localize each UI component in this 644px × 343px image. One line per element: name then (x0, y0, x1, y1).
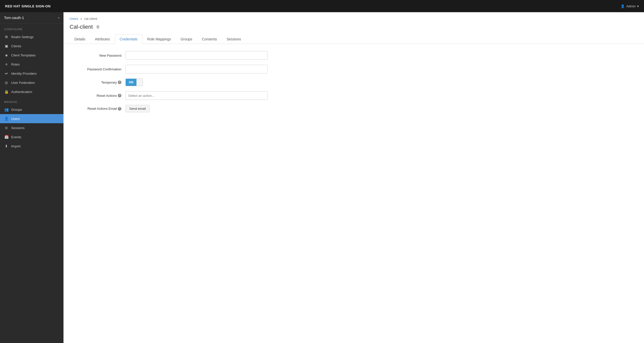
identity-providers-icon: ⇌ (4, 71, 9, 75)
new-password-label: New Password (70, 54, 125, 57)
page-title: Cal-client (70, 24, 93, 30)
temporary-row: Temporary ? ON (70, 79, 638, 86)
content-area: Users » cal-client Cal-client 🗑 Details … (63, 12, 644, 343)
breadcrumb-current: cal-client (84, 17, 97, 21)
client-templates-icon: ◈ (4, 53, 9, 57)
realm-selector[interactable]: Tom-oauth-1 ▾ (0, 12, 63, 24)
sidebar-item-roles[interactable]: ≡ Roles (0, 60, 63, 69)
authentication-icon: 🔒 (4, 90, 9, 94)
sidebar-item-label: Identity Providers (11, 72, 37, 75)
password-confirmation-label: Password Confirmation (70, 67, 125, 71)
sidebar-item-label: Client Templates (11, 53, 36, 57)
main-layout: Tom-oauth-1 ▾ Configure ⚙ Realm Settings… (0, 12, 644, 343)
brand-logo: RED HAT SINGLE SIGN-ON (5, 4, 51, 8)
tab-role-mappings[interactable]: Role Mappings (142, 34, 176, 44)
sidebar-item-label: Realm Settings (11, 35, 34, 39)
tab-groups[interactable]: Groups (176, 34, 197, 44)
reset-actions-label: Reset Actions ? (70, 94, 125, 98)
new-password-input[interactable] (125, 51, 268, 60)
realm-name: Tom-oauth-1 (4, 16, 24, 20)
sidebar-item-user-federation[interactable]: ◎ User Federation (0, 78, 63, 87)
sidebar-item-events[interactable]: 📅 Events (0, 132, 63, 142)
groups-icon: 👥 (4, 107, 9, 112)
breadcrumb: Users » cal-client (63, 12, 644, 21)
sidebar-item-label: Import (11, 144, 21, 148)
sidebar: Tom-oauth-1 ▾ Configure ⚙ Realm Settings… (0, 12, 63, 343)
toggle-off-option[interactable] (136, 79, 143, 86)
tab-consents[interactable]: Consents (197, 34, 222, 44)
temporary-label: Temporary ? (70, 81, 125, 84)
configure-section-label: Configure (0, 24, 63, 32)
user-federation-icon: ◎ (4, 81, 9, 85)
sidebar-item-label: Events (11, 135, 21, 139)
sidebar-item-label: Users (11, 117, 20, 121)
sidebar-item-groups[interactable]: 👥 Groups (0, 105, 63, 114)
reset-actions-email-label: Reset Actions Email ? (70, 107, 125, 111)
sidebar-item-label: Clients (11, 44, 21, 48)
reset-actions-help-icon[interactable]: ? (118, 94, 121, 97)
sidebar-item-authentication[interactable]: 🔒 Authentication (0, 87, 63, 96)
tabs-bar: Details Attributes Credentials Role Mapp… (63, 30, 644, 44)
sidebar-item-label: Groups (11, 108, 22, 112)
roles-icon: ≡ (4, 62, 9, 66)
tab-attributes[interactable]: Attributes (90, 34, 115, 44)
sidebar-item-label: Roles (11, 63, 20, 66)
sidebar-item-client-templates[interactable]: ◈ Client Templates (0, 51, 63, 60)
top-bar: RED HAT SINGLE SIGN-ON 👤 Admin ▾ (0, 0, 644, 12)
reset-actions-row: Reset Actions ? (70, 91, 638, 100)
sidebar-item-label: Sessions (11, 126, 25, 130)
temporary-help-icon[interactable]: ? (118, 81, 121, 84)
sidebar-item-users[interactable]: 👤 Users (0, 114, 63, 123)
sidebar-item-clients[interactable]: ▣ Clients (0, 41, 63, 51)
sidebar-item-identity-providers[interactable]: ⇌ Identity Providers (0, 69, 63, 78)
sidebar-item-import[interactable]: ⬇ Import (0, 142, 63, 151)
import-icon: ⬇ (4, 144, 9, 148)
temporary-toggle[interactable]: ON (125, 79, 143, 86)
users-icon: 👤 (4, 117, 9, 121)
realm-settings-icon: ⚙ (4, 35, 9, 39)
manage-section-label: Manage (0, 96, 63, 105)
new-password-row: New Password (70, 51, 638, 60)
credentials-form: New Password Password Confirmation Tempo… (63, 44, 644, 124)
sessions-icon: ⊙ (4, 126, 9, 130)
tab-credentials[interactable]: Credentials (115, 34, 142, 44)
events-icon: 📅 (4, 135, 9, 139)
tab-details[interactable]: Details (70, 34, 90, 44)
toggle-on-option[interactable]: ON (126, 79, 136, 86)
breadcrumb-parent[interactable]: Users (70, 17, 78, 21)
password-confirmation-row: Password Confirmation (70, 65, 638, 73)
toggle-switch[interactable]: ON (125, 79, 143, 86)
sidebar-item-realm-settings[interactable]: ⚙ Realm Settings (0, 32, 63, 41)
clients-icon: ▣ (4, 44, 9, 48)
sidebar-item-label: User Federation (11, 81, 35, 85)
tab-sessions[interactable]: Sessions (222, 34, 246, 44)
password-confirmation-input[interactable] (125, 65, 268, 73)
send-email-button[interactable]: Send email (125, 105, 150, 112)
user-label: Admin (626, 4, 636, 8)
reset-actions-select[interactable] (125, 91, 268, 100)
breadcrumb-separator: » (80, 17, 82, 21)
sidebar-item-label: Authentication (11, 90, 32, 94)
user-chevron-icon: ▾ (637, 4, 639, 8)
reset-actions-email-row: Reset Actions Email ? Send email (70, 105, 638, 112)
reset-actions-email-help-icon[interactable]: ? (118, 107, 121, 111)
user-icon: 👤 (621, 4, 625, 8)
delete-icon[interactable]: 🗑 (96, 25, 100, 29)
realm-chevron-icon: ▾ (58, 17, 59, 19)
sidebar-item-sessions[interactable]: ⊙ Sessions (0, 123, 63, 132)
page-header: Cal-client 🗑 (63, 21, 644, 30)
user-menu[interactable]: 👤 Admin ▾ (621, 4, 639, 8)
